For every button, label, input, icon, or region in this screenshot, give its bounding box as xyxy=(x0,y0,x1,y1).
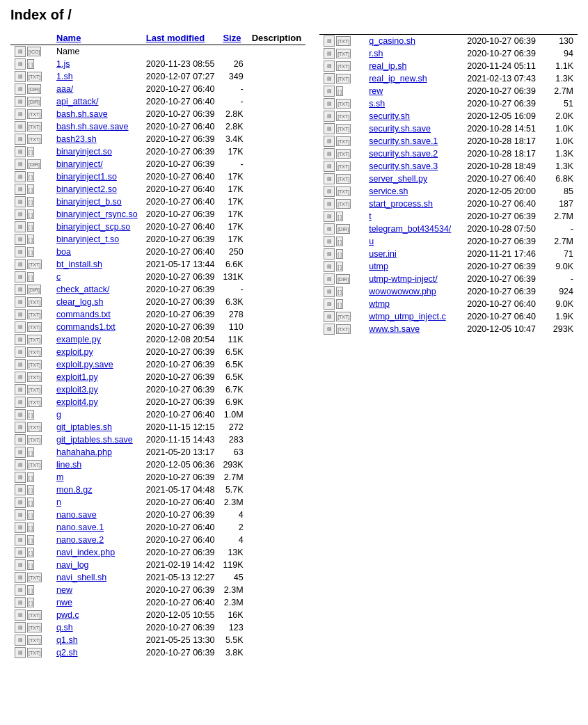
file-name[interactable]: mon.8.gz xyxy=(52,484,142,496)
file-name[interactable]: exploit3.py xyxy=(52,383,142,396)
col-size[interactable]: Size xyxy=(218,31,247,45)
file-name[interactable]: exploit.py.save xyxy=(52,358,142,371)
file-name[interactable]: r.sh xyxy=(365,47,463,60)
file-name[interactable]: binaryinject2.so xyxy=(52,183,142,196)
file-link[interactable]: exploit1.py xyxy=(56,372,98,382)
file-link[interactable]: nano.save.1 xyxy=(56,523,104,532)
file-link[interactable]: 1.sh xyxy=(56,72,73,81)
file-link[interactable]: security.sh.save xyxy=(369,124,431,134)
file-name[interactable]: wowowowow.php xyxy=(365,285,463,298)
file-name[interactable]: c xyxy=(52,271,142,283)
file-name[interactable]: g xyxy=(52,408,142,421)
file-link[interactable]: rew xyxy=(369,86,383,96)
file-link[interactable]: q2.sh xyxy=(56,648,78,658)
file-name[interactable]: www.sh.save xyxy=(365,323,463,335)
file-name[interactable]: security.sh.save.3 xyxy=(365,160,463,173)
file-link[interactable]: c xyxy=(56,272,61,282)
file-link[interactable]: commands.txt xyxy=(56,310,111,319)
file-link[interactable]: utmp-wtmp-inject/ xyxy=(369,274,438,284)
file-name[interactable]: binaryinject_rsync.so xyxy=(52,208,142,221)
file-name[interactable]: binaryinject_t.so xyxy=(52,233,142,246)
file-name[interactable]: navi_index.php xyxy=(52,546,142,559)
file-name[interactable]: commands1.txt xyxy=(52,321,142,333)
file-link[interactable]: binaryinject_rsync.so xyxy=(56,209,138,219)
file-name[interactable]: hahahaha.php xyxy=(52,446,142,459)
file-link[interactable]: aaa/ xyxy=(56,84,73,94)
file-name[interactable]: git_iptables.sh xyxy=(52,421,142,433)
file-name[interactable]: clear_log.sh xyxy=(52,296,142,308)
file-link[interactable]: commands1.txt xyxy=(56,322,116,332)
file-link[interactable]: mon.8.gz xyxy=(56,485,92,495)
file-link[interactable]: wtmp_utmp_inject.c xyxy=(369,312,445,321)
file-link[interactable]: nano.save.2 xyxy=(56,535,104,545)
file-link[interactable]: exploit.py xyxy=(56,347,93,357)
file-link[interactable]: pwd.c xyxy=(56,610,79,620)
file-link[interactable]: start_process.sh xyxy=(369,199,433,209)
file-name[interactable]: navi_shell.sh xyxy=(52,571,142,584)
file-name[interactable]: q.sh xyxy=(52,621,142,634)
file-link[interactable]: bt_install.sh xyxy=(56,260,102,269)
file-name[interactable]: real_ip_new.sh xyxy=(365,72,463,85)
file-link[interactable]: exploit3.py xyxy=(56,385,98,395)
file-link[interactable]: wtmp xyxy=(369,299,390,309)
file-name[interactable]: u xyxy=(365,235,463,248)
file-name[interactable]: wtmp_utmp_inject.c xyxy=(365,310,463,323)
file-link[interactable]: nwe xyxy=(56,598,72,607)
file-link[interactable]: navi_log xyxy=(56,560,89,570)
file-name[interactable]: nano.save xyxy=(52,509,142,521)
file-name[interactable]: real_ip.sh xyxy=(365,60,463,72)
file-link[interactable]: bash.sh.save xyxy=(56,109,108,119)
file-link[interactable]: binaryinject1.so xyxy=(56,172,117,182)
file-link[interactable]: binaryinject/ xyxy=(56,159,103,169)
file-link[interactable]: binaryinject.so xyxy=(56,147,112,157)
file-link[interactable]: binaryinject_b.so xyxy=(56,197,122,207)
file-name[interactable]: server_shell.py xyxy=(365,173,463,185)
file-link[interactable]: q_casino.sh xyxy=(369,36,415,46)
file-link[interactable]: m xyxy=(56,472,63,482)
file-link[interactable]: security.sh.save.2 xyxy=(369,149,438,159)
file-link[interactable]: binaryinject_scp.so xyxy=(56,222,130,232)
file-link[interactable]: telegram_bot434534/ xyxy=(369,224,451,234)
file-name[interactable]: security.sh.save xyxy=(365,122,463,135)
file-link[interactable]: new xyxy=(56,585,72,595)
file-name[interactable]: security.sh.save.2 xyxy=(365,148,463,160)
file-name[interactable]: bash23.sh xyxy=(52,133,142,145)
file-name[interactable]: t xyxy=(365,210,463,223)
file-name[interactable]: exploit.py xyxy=(52,346,142,358)
file-name[interactable]: security.sh.save.1 xyxy=(365,135,463,148)
file-link[interactable]: user.ini xyxy=(369,249,397,259)
file-name[interactable]: exploit4.py xyxy=(52,396,142,408)
file-name[interactable]: bash.sh.save xyxy=(52,108,142,120)
file-name[interactable]: check_attack/ xyxy=(52,283,142,296)
file-link[interactable]: git_iptables.sh xyxy=(56,422,112,432)
file-link[interactable]: security.sh.save.3 xyxy=(369,161,438,171)
file-link[interactable]: line.sh xyxy=(56,460,81,470)
file-name[interactable]: new xyxy=(52,584,142,596)
file-link[interactable]: t xyxy=(369,212,371,221)
file-name[interactable]: q_casino.sh xyxy=(365,35,463,48)
file-link[interactable]: bash23.sh xyxy=(56,134,97,144)
file-name[interactable]: api_attack/ xyxy=(52,95,142,108)
file-name[interactable]: bash.sh.save.save xyxy=(52,120,142,133)
file-link[interactable]: q.sh xyxy=(56,623,73,632)
file-name[interactable]: boa xyxy=(52,246,142,258)
file-link[interactable]: check_attack/ xyxy=(56,285,109,294)
file-name[interactable]: binaryinject/ xyxy=(52,158,142,170)
file-link[interactable]: www.sh.save xyxy=(369,324,420,334)
file-link[interactable]: g xyxy=(56,410,61,420)
file-link[interactable]: navi_shell.sh xyxy=(56,573,106,582)
file-link[interactable]: q1.sh xyxy=(56,635,78,645)
file-name[interactable]: start_process.sh xyxy=(365,198,463,210)
file-link[interactable]: clear_log.sh xyxy=(56,297,103,307)
file-link[interactable]: nano.save xyxy=(56,510,97,520)
file-name[interactable]: pwd.c xyxy=(52,609,142,621)
file-name[interactable]: service.sh xyxy=(365,185,463,198)
file-name[interactable]: nwe xyxy=(52,596,142,609)
file-name[interactable]: binaryinject_scp.so xyxy=(52,221,142,233)
file-name[interactable]: user.ini xyxy=(365,248,463,260)
file-link[interactable]: git_iptables.sh.save xyxy=(56,435,133,445)
file-link[interactable]: utmp xyxy=(369,262,388,271)
file-link[interactable]: exploit4.py xyxy=(56,397,98,407)
file-name[interactable]: m xyxy=(52,471,142,484)
file-name[interactable]: 1.sh xyxy=(52,70,142,83)
